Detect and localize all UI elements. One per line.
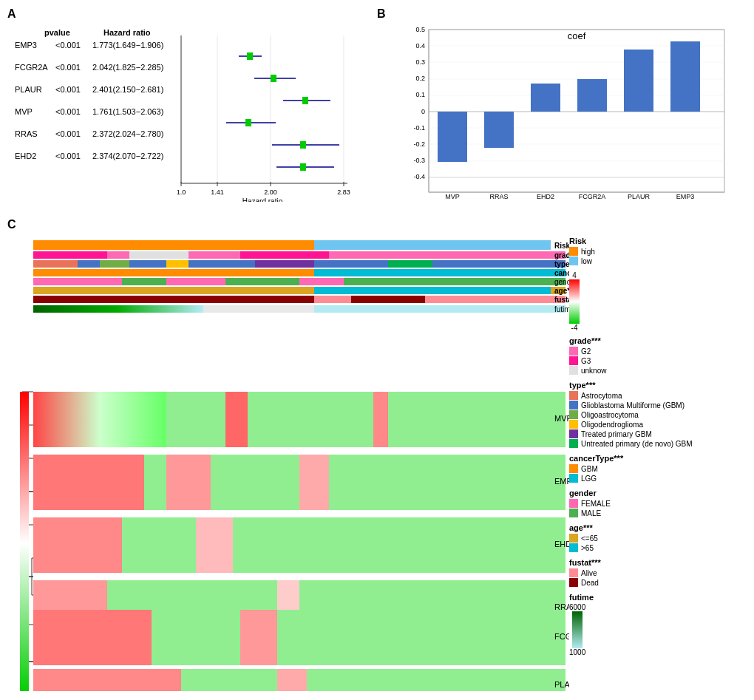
legend-futime: futime 6000 1000 [569, 593, 739, 656]
svg-text:2.83: 2.83 [337, 188, 350, 196]
forest-row-ehd2: EHD2<0.0012.374(2.070−2.722) [15, 152, 196, 160]
panel-c: Risk grade*** type*** cancerType*** gend… [7, 218, 747, 695]
forest-row-plaur: PLAUR<0.0012.401(2.150−2.681) [15, 85, 196, 94]
svg-rect-121 [33, 517, 122, 573]
legend-gender-title: gender [569, 489, 739, 497]
svg-rect-130 [240, 610, 277, 665]
legend-risk-low: low [569, 256, 739, 265]
grade-unknow-color [569, 366, 578, 375]
svg-text:0: 0 [421, 108, 425, 115]
svg-rect-80 [33, 251, 107, 259]
color-scale-bar: 4 -4 [569, 271, 580, 332]
svg-rect-136 [20, 392, 29, 691]
svg-rect-15 [300, 163, 306, 171]
svg-rect-113 [373, 392, 388, 447]
forest-row-fcgr2a: FCGR2A<0.0012.042(1.825−2.285) [15, 63, 196, 72]
legend-futime-title: futime [569, 593, 739, 602]
svg-rect-117 [166, 455, 211, 510]
legend-grade-unknow: unknow [569, 366, 739, 375]
svg-rect-108 [203, 305, 314, 313]
grade-g3-color [569, 356, 578, 365]
futime-high-label: 6000 [569, 603, 585, 611]
svg-text:gender: gender [554, 278, 569, 286]
svg-text:1.0: 1.0 [177, 188, 186, 196]
legend-grade: grade*** G2 G3 unknow [569, 336, 739, 375]
forest-row-emp3: EMP3<0.0011.773(1.649−1.906) [15, 41, 196, 50]
panel-a: pvalue Hazard ratio EMP3<0.0011.773(1.64… [7, 7, 362, 214]
bar-plaur [624, 50, 653, 112]
svg-text:0.2: 0.2 [415, 75, 425, 82]
pvalue-mvp: <0.001 [55, 107, 92, 116]
svg-rect-13 [300, 141, 306, 149]
forest-row-mvp: MVP<0.0011.761(1.503−2.063) [15, 107, 196, 116]
legend-age-title: age*** [569, 523, 739, 532]
legend-risk-title: Risk [569, 237, 739, 245]
svg-rect-107 [314, 305, 566, 313]
legend-cancertype: cancerType*** GBM LGG [569, 454, 739, 483]
hr-header: Hazard ratio [103, 28, 151, 37]
svg-text:grade***: grade*** [554, 251, 569, 259]
risk-high-label: high [581, 248, 595, 256]
gene-label-fcgr2a: FCGR2A [15, 63, 55, 72]
svg-text:0.5: 0.5 [415, 26, 425, 33]
legend-risk-high: high [569, 247, 739, 256]
svg-text:-0.2: -0.2 [413, 140, 425, 148]
futime-gradient [572, 611, 583, 648]
bar-rras [484, 112, 514, 148]
color-scale-section: 4 -4 [569, 271, 739, 332]
pvalue-plaur: <0.001 [55, 85, 92, 94]
bar-chart-svg: coef 0.5 0.4 0.3 0.2 0.1 0 -0.1 -0.2 -0.… [399, 26, 739, 214]
svg-rect-89 [388, 260, 432, 268]
svg-rect-100 [314, 287, 551, 294]
svg-rect-91 [33, 269, 314, 276]
svg-text:EMP3: EMP3 [676, 193, 695, 200]
svg-rect-87 [166, 260, 188, 268]
svg-text:age***: age*** [554, 287, 569, 295]
scale-neg4-label: -4 [571, 324, 578, 332]
legend-fustat: fustat*** Alive Dead [569, 558, 739, 587]
legend-gender: gender FEMALE MALE [569, 489, 739, 517]
risk-low-color [569, 256, 578, 265]
bar-ehd2 [531, 84, 560, 112]
svg-rect-9 [302, 97, 308, 104]
svg-rect-133 [33, 669, 181, 691]
gene-label-plaur: PLAUR [15, 85, 55, 94]
panel-b: coef 0.5 0.4 0.3 0.2 0.1 0 -0.1 -0.2 -0.… [377, 7, 739, 214]
pvalue-fcgr2a: <0.001 [55, 63, 92, 72]
svg-text:-0.1: -0.1 [413, 124, 425, 132]
pvalue-rras: <0.001 [55, 129, 92, 138]
svg-text:RRAS: RRAS [489, 193, 508, 200]
svg-text:PLAUR: PLAUR [628, 193, 651, 200]
svg-text:cancerType***: cancerType*** [554, 269, 569, 277]
svg-rect-92 [314, 269, 566, 276]
svg-rect-118 [299, 455, 329, 510]
svg-text:2.00: 2.00 [264, 188, 277, 196]
legend-fustat-title: fustat*** [569, 558, 739, 567]
svg-text:fustat***: fustat*** [554, 296, 569, 304]
svg-rect-129 [33, 610, 152, 665]
grade-g3-label: G3 [581, 357, 591, 365]
svg-text:coef: coef [568, 30, 586, 41]
futime-low-label: 1000 [569, 648, 585, 656]
legend-type-title: type*** [569, 381, 739, 390]
legend-grade-g3: G3 [569, 356, 739, 365]
svg-rect-104 [351, 296, 425, 303]
svg-text:EMP3: EMP3 [554, 477, 569, 486]
svg-rect-7 [271, 75, 276, 82]
legend-grade-title: grade*** [569, 336, 739, 345]
color-gradient [569, 279, 580, 324]
svg-rect-81 [129, 251, 188, 259]
svg-rect-116 [33, 455, 144, 510]
svg-text:-0.3: -0.3 [413, 157, 425, 164]
svg-rect-77 [314, 240, 551, 250]
risk-low-label: low [581, 257, 592, 265]
pvalue-ehd2: <0.001 [55, 152, 92, 160]
svg-text:FCGR2A: FCGR2A [579, 193, 606, 200]
legend-cancertype-title: cancerType*** [569, 454, 739, 463]
svg-rect-11 [245, 119, 251, 126]
svg-text:Hazard ratio: Hazard ratio [242, 197, 283, 202]
svg-rect-111 [33, 392, 166, 447]
svg-text:0.1: 0.1 [415, 91, 425, 98]
svg-rect-112 [225, 392, 248, 447]
grade-g2-color [569, 347, 578, 356]
